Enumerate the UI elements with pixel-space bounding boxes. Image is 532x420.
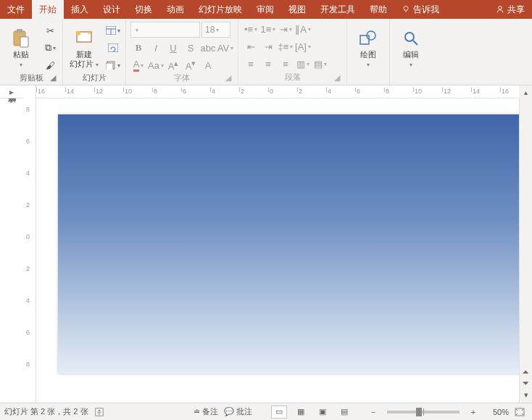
font-color-button[interactable]: A <box>130 58 146 72</box>
align-right-button[interactable]: ≡ <box>278 56 294 71</box>
clear-format-button[interactable]: A <box>200 58 216 72</box>
thumbnail-pane-toggle[interactable]: ▸ <box>0 85 23 98</box>
tab-slideshow[interactable]: 幻灯片放映 <box>191 0 249 19</box>
align-text-button[interactable]: [A] <box>295 39 311 54</box>
align-left-icon: ≡ <box>248 59 254 70</box>
bullets-button[interactable]: •≡ <box>243 22 259 36</box>
notes-button[interactable]: ≐备注 <box>194 406 218 417</box>
cut-button[interactable]: ✂ <box>42 23 58 38</box>
group-slides-label: 幻灯片 <box>83 73 107 82</box>
line-spacing-button[interactable]: ‡≡ <box>278 39 294 54</box>
paragraph-dialog-launcher[interactable]: ◢ <box>332 73 342 83</box>
group-clipboard-label: 剪贴板 <box>20 73 43 82</box>
svg-point-16 <box>405 33 414 41</box>
format-painter-button[interactable]: 🖌 <box>42 58 58 72</box>
increase-indent-button[interactable]: ⇥ <box>260 39 276 54</box>
horizontal-ruler[interactable]: 1614121086420246810121416 <box>36 85 519 98</box>
tab-transitions[interactable]: 切换 <box>128 0 159 19</box>
font-dialog-launcher[interactable]: ◢ <box>223 73 233 83</box>
tab-view[interactable]: 视图 <box>281 0 313 19</box>
tab-insert[interactable]: 插入 <box>64 0 96 19</box>
normal-view-button[interactable]: ▭ <box>271 406 287 419</box>
underline-button[interactable]: U <box>165 41 181 55</box>
copy-button[interactable]: ⧉ <box>42 41 58 55</box>
chevron-down-icon: ▾ <box>367 62 370 68</box>
shrink-font-button[interactable]: A▾ <box>183 58 199 72</box>
tab-file[interactable]: 文件 <box>0 0 32 19</box>
tab-animations[interactable]: 动画 <box>159 0 191 19</box>
new-slide-button[interactable]: 新建幻灯片 ▾ <box>67 22 101 70</box>
svg-rect-11 <box>108 43 118 52</box>
zoom-slider-thumb[interactable] <box>416 408 422 416</box>
scroll-down-button[interactable]: ▾ <box>524 390 528 400</box>
italic-button[interactable]: I <box>148 41 164 55</box>
paste-label: 粘贴 <box>13 50 29 59</box>
group-clipboard: 粘贴▾ ✂ ⧉ 🖌 剪贴板◢ <box>0 19 63 85</box>
svg-point-7 <box>76 31 80 35</box>
font-size-combobox[interactable]: 18 <box>201 22 230 38</box>
shapes-icon <box>359 27 378 50</box>
clipboard-dialog-launcher[interactable]: ◢ <box>48 73 58 83</box>
sorter-view-icon: ▦ <box>297 407 304 416</box>
reset-button[interactable] <box>105 41 121 55</box>
slide-canvas-area[interactable] <box>36 98 519 403</box>
columns-button[interactable]: ▥ <box>295 56 311 71</box>
tab-developer[interactable]: 开发工具 <box>313 0 362 19</box>
accessibility-icon[interactable] <box>94 407 104 417</box>
font-family-combobox[interactable] <box>130 22 200 38</box>
strikethrough-button[interactable]: abc <box>200 41 216 55</box>
scroll-up-button[interactable]: ▴ <box>524 88 528 96</box>
case-icon: Aa <box>148 60 159 71</box>
tab-help[interactable]: 帮助 <box>362 0 394 19</box>
chevron-down-icon: ▾ <box>410 62 412 68</box>
sorter-view-button[interactable]: ▦ <box>293 406 309 419</box>
smartart-button[interactable]: ▤ <box>312 56 328 71</box>
align-text-icon: [A] <box>295 41 307 52</box>
comments-button[interactable]: 💬批注 <box>224 406 252 417</box>
change-case-button[interactable]: Aa <box>148 58 164 72</box>
decrease-indent-button[interactable]: ⇤ <box>243 39 259 54</box>
numbering-icon: 1≡ <box>261 24 272 35</box>
share-button[interactable]: 共享 <box>489 0 532 19</box>
zoom-level[interactable]: 50% <box>484 408 509 416</box>
text-direction-button[interactable]: ‖A <box>295 22 311 36</box>
reading-view-button[interactable]: ▣ <box>315 406 331 419</box>
tab-tellme-label: 告诉我 <box>413 4 439 16</box>
zoom-slider[interactable] <box>387 411 460 413</box>
align-center-button[interactable]: ≡ <box>260 56 276 71</box>
spacing-icon: AV <box>217 43 229 54</box>
layout-button[interactable] <box>105 23 121 38</box>
shrink-font-icon: A▾ <box>186 59 196 72</box>
bullets-icon: •≡ <box>244 24 253 35</box>
slide[interactable] <box>58 114 519 374</box>
section-button[interactable] <box>105 58 121 72</box>
svg-point-19 <box>98 409 100 411</box>
shadow-button[interactable]: S <box>183 41 199 55</box>
editing-button[interactable]: 编辑▾ <box>394 22 428 70</box>
list-level-button[interactable]: ⇥ <box>278 22 294 36</box>
tab-home[interactable]: 开始 <box>32 0 64 19</box>
tab-tellme[interactable]: 告诉我 <box>394 0 446 19</box>
zoom-out-button[interactable]: − <box>368 408 378 416</box>
drawing-button[interactable]: 绘图▾ <box>352 22 385 70</box>
zoom-in-button[interactable]: + <box>468 408 478 416</box>
numbering-button[interactable]: 1≡ <box>260 22 276 36</box>
fit-to-window-button[interactable] <box>515 408 528 416</box>
vertical-ruler[interactable]: 864202468 <box>23 98 36 403</box>
columns-icon: ▥ <box>296 59 305 70</box>
paste-button[interactable]: 粘贴▾ <box>4 22 38 70</box>
clear-format-icon: A <box>205 60 212 71</box>
share-label: 共享 <box>507 4 525 16</box>
char-spacing-button[interactable]: AV <box>217 41 233 55</box>
group-drawing: 绘图▾ <box>347 19 390 85</box>
align-left-button[interactable]: ≡ <box>243 56 259 71</box>
next-slide-button[interactable]: ⏷ <box>522 379 530 387</box>
tab-review[interactable]: 审阅 <box>249 0 281 19</box>
slideshow-view-button[interactable]: ▤ <box>336 406 352 419</box>
vertical-scrollbar[interactable]: ⏶ ⏷ ▾ <box>519 98 532 403</box>
tab-design[interactable]: 设计 <box>96 0 128 19</box>
grow-font-button[interactable]: A▴ <box>165 58 181 72</box>
svg-point-0 <box>404 7 408 11</box>
prev-slide-button[interactable]: ⏶ <box>522 367 530 376</box>
bold-button[interactable]: B <box>130 41 146 55</box>
